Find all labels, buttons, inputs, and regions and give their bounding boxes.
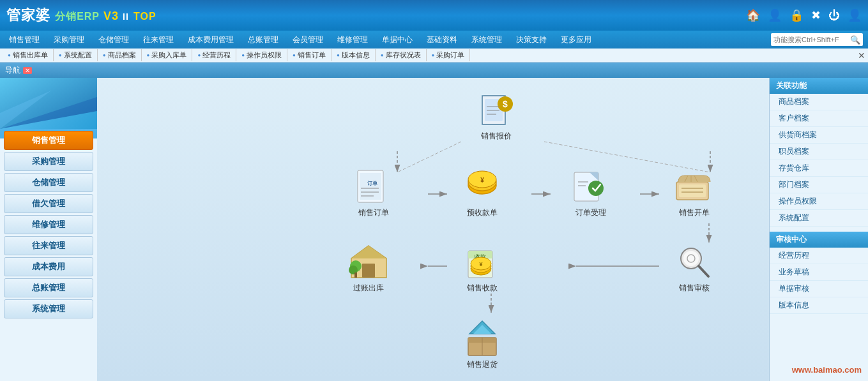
flow-node-order-recv[interactable]: 订单受理: [568, 167, 613, 218]
right-link-doc-audit[interactable]: 单据审核: [770, 281, 868, 297]
sidebar-item-cost[interactable]: 成本费用: [4, 257, 93, 276]
open-bill-label: 销售开单: [679, 207, 710, 218]
sales-recv-icon: 收款 ¥: [460, 243, 505, 281]
svg-text:$: $: [503, 99, 508, 109]
svg-text:订单: 订单: [367, 181, 378, 186]
home-icon[interactable]: 🏠: [746, 8, 760, 22]
tab-sales-out[interactable]: ●销售出库单: [3, 49, 54, 61]
flow-node-order[interactable]: 订单 销售订单: [351, 167, 396, 218]
sidebar-item-system[interactable]: 系统管理: [4, 299, 93, 318]
nav-sales[interactable]: 销售管理: [3, 33, 46, 47]
svg-line-14: [397, 142, 461, 172]
right-link-staff[interactable]: 职员档案: [770, 144, 868, 160]
person-icon[interactable]: 👤: [768, 8, 782, 22]
sidebar-header-image: [0, 78, 97, 129]
tab-purchase-order[interactable]: ●采购订单: [427, 49, 471, 61]
flow-arrows: [97, 78, 769, 381]
nav-system[interactable]: 系统管理: [465, 33, 508, 47]
flow-node-post-out[interactable]: 过账出库: [346, 243, 391, 294]
search-icon[interactable]: 🔍: [850, 35, 860, 45]
flow-node-quote[interactable]: $ 销售报价: [474, 91, 519, 142]
center-content: $ 销售报价 订单: [97, 78, 769, 381]
svg-rect-39: [679, 184, 706, 197]
order-label: 销售订单: [358, 207, 389, 218]
header-icons: 🏠 👤 🔒 ✖ ⏻ 👤: [746, 8, 862, 22]
tab-biz-history[interactable]: ●经营历程: [192, 49, 236, 61]
sidebar-item-ledger[interactable]: 总账管理: [4, 278, 93, 297]
order-recv-icon: [568, 167, 613, 205]
flow-node-return[interactable]: 销售退货: [460, 319, 505, 370]
flow-node-sales-recv[interactable]: 收款 ¥ 销售收款: [460, 243, 505, 294]
nav-label-close[interactable]: ✕: [23, 67, 32, 74]
watermark: www.baimao.com: [792, 365, 862, 375]
nav-dealings[interactable]: 往来管理: [137, 33, 180, 47]
right-link-biz-history[interactable]: 经营历程: [770, 248, 868, 264]
nav-repair[interactable]: 维修管理: [331, 33, 374, 47]
right-link-sysconfig[interactable]: 系统配置: [770, 210, 868, 227]
header: 管家婆 分销ERP V3 II TOP 🏠 👤 🔒 ✖ ⏻ 👤: [0, 0, 868, 31]
nav-basic[interactable]: 基础资料: [420, 33, 464, 47]
right-link-warehouse[interactable]: 存货仓库: [770, 160, 868, 177]
right-link-dept[interactable]: 部门档案: [770, 177, 868, 193]
right-link-customer[interactable]: 客户档案: [770, 110, 868, 127]
nav-doc-center[interactable]: 单据中心: [376, 33, 419, 47]
svg-marker-43: [351, 246, 386, 258]
prepay-label: 预收款单: [467, 207, 498, 218]
nav-decision[interactable]: 决策支持: [510, 33, 553, 47]
nav-label: 导航: [5, 65, 20, 76]
tab-stock-status[interactable]: ●库存状况表: [376, 49, 427, 61]
power-icon[interactable]: ⏻: [828, 9, 840, 22]
sidebar-item-purchase[interactable]: 采购管理: [4, 152, 93, 171]
nav-warehouse[interactable]: 仓储管理: [92, 33, 135, 47]
svg-rect-47: [354, 273, 357, 278]
quote-icon: $: [474, 91, 519, 129]
tab-operator-perm[interactable]: ●操作员权限: [236, 49, 287, 61]
right-link-draft[interactable]: 业务草稿: [770, 264, 868, 281]
svg-line-57: [699, 266, 708, 276]
order-icon: 订单: [351, 167, 396, 205]
svg-rect-44: [362, 264, 375, 278]
nav-ledger[interactable]: 总账管理: [241, 33, 285, 47]
tab-goods[interactable]: ●商品档案: [98, 49, 142, 61]
search-box[interactable]: 🔍: [771, 33, 863, 46]
flow-node-open-bill[interactable]: 销售开单: [672, 167, 717, 218]
sidebar-item-dealings[interactable]: 往来管理: [4, 236, 93, 255]
sidebar-decoration: [0, 78, 97, 129]
main-area: 销售管理 采购管理 仓储管理 借欠管理 维修管理 往来管理 成本费用 总账管理 …: [0, 78, 868, 381]
related-functions-title: 关联功能: [770, 78, 868, 94]
flow-node-sales-audit[interactable]: 销售审核: [672, 243, 717, 294]
nav-more[interactable]: 更多应用: [554, 33, 598, 47]
flow-node-prepay[interactable]: ¥ 预收款单: [460, 167, 505, 218]
right-link-operator[interactable]: 操作员权限: [770, 193, 868, 210]
tabs-close-all[interactable]: ✕: [858, 50, 865, 61]
user-icon[interactable]: 👤: [848, 8, 862, 22]
tab-sales-order[interactable]: ●销售订单: [287, 49, 331, 61]
right-link-goods[interactable]: 商品档案: [770, 94, 868, 110]
tab-purchase-in[interactable]: ●采购入库单: [142, 49, 193, 61]
tab-version[interactable]: ●版本信息: [331, 49, 376, 61]
logo: 管家婆 分销ERP V3 II TOP: [6, 6, 156, 25]
svg-text:¥: ¥: [480, 177, 484, 184]
tabs-bar: ●销售出库单 ●系统配置 ●商品档案 ●采购入库单 ●经营历程 ●操作员权限 ●…: [0, 49, 868, 63]
sidebar-item-debt[interactable]: 借欠管理: [4, 194, 93, 213]
svg-point-56: [683, 251, 699, 266]
svg-point-35: [588, 181, 604, 196]
right-link-supplier[interactable]: 供货商档案: [770, 127, 868, 144]
order-recv-label: 订单受理: [575, 207, 606, 218]
sidebar: 销售管理 采购管理 仓储管理 借欠管理 维修管理 往来管理 成本费用 总账管理 …: [0, 78, 97, 381]
nav-purchase[interactable]: 采购管理: [47, 33, 91, 47]
prepay-icon: ¥: [460, 167, 505, 205]
sidebar-item-repair[interactable]: 维修管理: [4, 215, 93, 234]
sidebar-item-warehouse[interactable]: 仓储管理: [4, 173, 93, 192]
right-link-version[interactable]: 版本信息: [770, 297, 868, 314]
lock-icon[interactable]: 🔒: [789, 8, 803, 22]
nav-member[interactable]: 会员管理: [286, 33, 330, 47]
sidebar-item-sales[interactable]: 销售管理: [4, 131, 93, 150]
close-icon[interactable]: ✖: [811, 8, 821, 22]
search-input[interactable]: [773, 36, 850, 43]
nav-label-bar: 导航 ✕: [0, 63, 868, 78]
flow-diagram: $ 销售报价 订单: [97, 78, 769, 381]
tab-sys-config[interactable]: ●系统配置: [54, 49, 98, 61]
nav-cost[interactable]: 成本费用管理: [181, 33, 240, 47]
audit-center-title: 审核中心: [770, 232, 868, 248]
